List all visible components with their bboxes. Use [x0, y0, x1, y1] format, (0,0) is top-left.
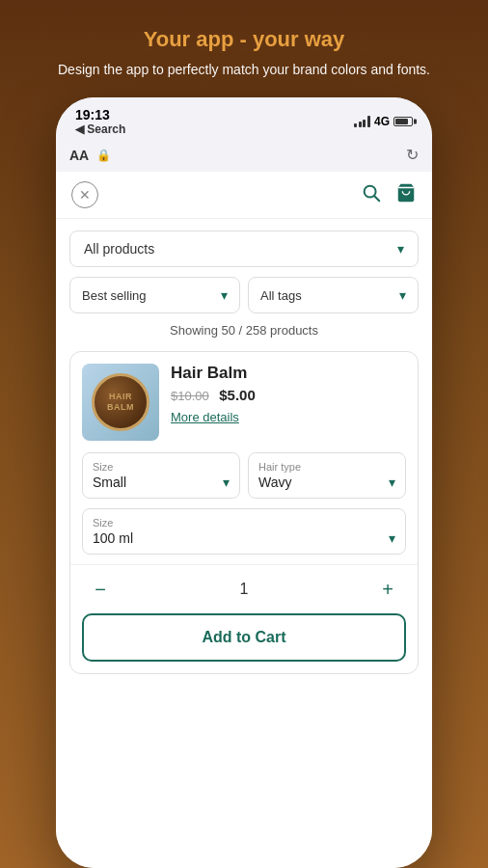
best-selling-dropdown[interactable]: Best selling ▾ — [69, 277, 240, 313]
product-image: HAIR BALM — [82, 364, 159, 441]
cart-icon[interactable] — [395, 182, 417, 208]
product-info-row: HAIR BALM Hair Balm $10.00 $5.00 More de… — [70, 352, 418, 452]
header-title-static: Your app - — [144, 27, 253, 51]
app-content: ✕ All products ▾ Best selling — [56, 172, 432, 868]
hair-type-value-row: Wavy ▾ — [258, 475, 395, 490]
size2-value: 100 ml — [93, 530, 133, 546]
toolbar-icons — [361, 182, 417, 208]
variant-row-1: Size Small ▾ Hair type Wavy ▾ — [70, 452, 418, 508]
size-value-row: Small ▾ — [93, 475, 230, 490]
price-sale: $5.00 — [219, 387, 256, 403]
hair-type-chevron-icon: ▾ — [389, 475, 395, 490]
hair-type-value: Wavy — [258, 475, 291, 490]
header-section: Your app - your way Design the app to pe… — [29, 0, 459, 97]
all-products-chevron-icon: ▾ — [397, 241, 404, 257]
add-to-cart-button[interactable]: Add to Cart — [82, 613, 406, 662]
all-products-dropdown[interactable]: All products ▾ — [69, 231, 419, 267]
filter-row: Best selling ▾ All tags ▾ — [69, 277, 419, 313]
lock-icon: 🔒 — [96, 149, 111, 162]
header-title-highlight: your way — [253, 27, 344, 51]
search-icon[interactable] — [361, 182, 382, 208]
size-value: Small — [93, 475, 126, 490]
quantity-minus-button[interactable]: − — [86, 575, 115, 604]
quantity-row: − 1 + — [70, 564, 418, 613]
all-products-label: All products — [84, 241, 154, 257]
quantity-plus-button[interactable]: + — [373, 575, 402, 604]
app-body: All products ▾ Best selling ▾ All tags ▾… — [56, 219, 432, 868]
product-name: Hair Balm — [171, 364, 406, 383]
status-time: 19:13 — [75, 107, 125, 122]
size-label: Size — [93, 461, 230, 473]
close-button[interactable]: ✕ — [71, 181, 98, 208]
all-tags-label: All tags — [260, 288, 302, 303]
signal-bars-icon — [354, 116, 370, 127]
size2-chevron-icon: ▾ — [389, 530, 395, 546]
size-small-dropdown[interactable]: Size Small ▾ — [82, 452, 240, 499]
product-pricing: $10.00 $5.00 — [171, 387, 406, 404]
quantity-value: 1 — [240, 581, 249, 598]
status-left: 19:13 ◀ Search — [75, 107, 125, 136]
reload-icon[interactable]: ↻ — [406, 146, 419, 164]
close-icon: ✕ — [79, 187, 91, 203]
browser-bar: AA 🔒 ↻ — [56, 142, 432, 172]
more-details-link[interactable]: More details — [171, 410, 406, 424]
header-title: Your app - your way — [58, 27, 430, 52]
status-bar: 19:13 ◀ Search 4G — [56, 97, 432, 142]
hair-type-label: Hair type — [258, 461, 395, 473]
app-toolbar: ✕ — [56, 172, 432, 219]
product-details: Hair Balm $10.00 $5.00 More details — [171, 364, 406, 441]
size2-value-row: 100 ml ▾ — [93, 530, 395, 546]
size-100ml-dropdown[interactable]: Size 100 ml ▾ — [82, 508, 406, 555]
hair-type-dropdown[interactable]: Hair type Wavy ▾ — [248, 452, 406, 499]
header-subtitle: Design the app to perfectly match your b… — [58, 60, 430, 80]
phone-frame: 19:13 ◀ Search 4G AA 🔒 ↻ ✕ — [56, 97, 432, 868]
browser-aa: AA — [69, 148, 89, 163]
all-tags-dropdown[interactable]: All tags ▾ — [248, 277, 419, 313]
size-chevron-icon: ▾ — [223, 475, 230, 490]
size2-label: Size — [93, 517, 395, 529]
best-selling-chevron-icon: ▾ — [221, 287, 228, 303]
price-original: $10.00 — [171, 389, 209, 403]
product-tin-illustration: HAIR BALM — [92, 373, 149, 431]
svg-line-1 — [374, 196, 379, 201]
all-tags-chevron-icon: ▾ — [399, 287, 406, 303]
status-back[interactable]: ◀ Search — [75, 122, 125, 136]
product-card: HAIR BALM Hair Balm $10.00 $5.00 More de… — [69, 351, 419, 674]
best-selling-label: Best selling — [82, 288, 146, 303]
showing-text: Showing 50 / 258 products — [69, 323, 419, 338]
signal-label: 4G — [374, 115, 390, 128]
battery-icon — [393, 117, 413, 126]
status-icons: 4G — [354, 115, 413, 128]
